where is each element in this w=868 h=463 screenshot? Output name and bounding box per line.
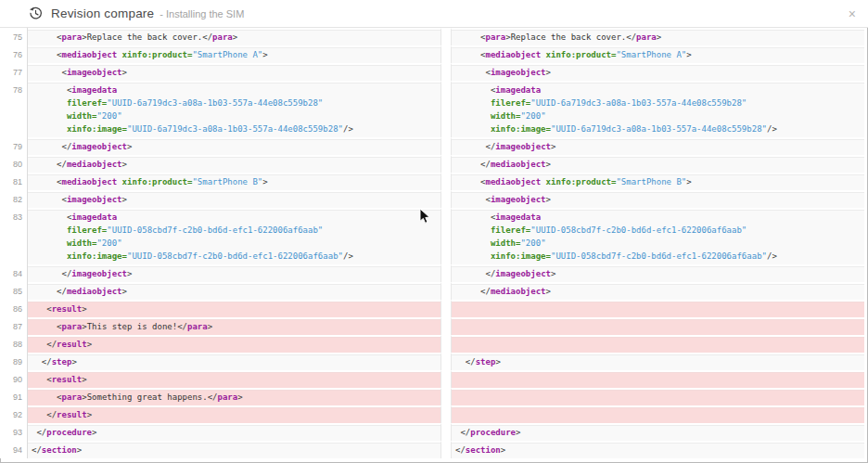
xml-attr-name: fileref= [67, 225, 107, 235]
xml-attr-value: "UUID-6a719dc3-a08a-1b03-557a-44e08c559b… [551, 124, 767, 134]
diff-right-line: </step> [451, 353, 864, 370]
xml-tag-name: result [52, 375, 83, 384]
xml-tag-name: para [187, 322, 208, 331]
xml-attr-value: "SmartPhone A" [192, 50, 262, 59]
diff-right-removed-placeholder [451, 405, 864, 423]
xml-tag-name: para [486, 32, 506, 42]
diff-left-deleted-line: <para>This step is done!</para> [28, 317, 441, 335]
dialog-subtitle: - Installing the SIM [160, 7, 244, 19]
xml-bracket: > [122, 160, 127, 169]
xml-attr-value: "UUID-058cbd7f-c2b0-bd6d-efc1-622006af6a… [551, 251, 767, 261]
column-divider [441, 353, 451, 370]
line-number: 80 [0, 155, 28, 173]
line-number: 82 [0, 190, 28, 208]
diff-right-line: </imageobject> [451, 264, 864, 282]
xml-bracket: </ [486, 142, 496, 151]
xml-bracket: </ [32, 445, 42, 455]
column-divider [441, 405, 451, 423]
xml-bracket: > [546, 195, 551, 204]
xml-attr-name: width= [491, 238, 521, 248]
diff-row: 88 </result> [0, 335, 868, 353]
xml-tag-name: mediaobject [62, 177, 118, 186]
column-divider [441, 155, 451, 173]
xml-tag-name: para [218, 392, 238, 402]
line-number: 92 [0, 405, 28, 423]
line-number: 76 [0, 45, 28, 63]
dialog-header: Revision compare - Installing the SIM × [0, 0, 868, 28]
column-divider [441, 300, 451, 317]
column-divider [441, 28, 451, 45]
diff-left-deleted-line: </result> [28, 405, 441, 423]
xml-bracket: </ [57, 287, 67, 296]
xml-text: Replace the back cover. [87, 32, 203, 42]
diff-left-line: <imagedata fileref="UUID-058cbd7f-c2b0-b… [28, 208, 441, 264]
xml-attr-name: xinfo:image= [491, 124, 551, 134]
xml-bracket: > [127, 269, 132, 278]
xml-tag-name: mediaobject [491, 287, 546, 296]
xml-tag-name: imagedata [495, 212, 541, 222]
xml-tag-name: section [466, 445, 501, 455]
xml-attr-value: "UUID-6a719dc3-a08a-1b03-557a-44e08c559b… [107, 98, 323, 108]
diff-row: 75 <para>Replace the back cover.</para> … [0, 28, 868, 45]
column-divider [441, 63, 451, 81]
xml-tag-name: imageobject [67, 195, 122, 204]
xml-bracket: > [237, 392, 242, 402]
diff-left-deleted-line: <result> [28, 300, 441, 317]
diff-left-line: <imagedata fileref="UUID-6a719dc3-a08a-1… [28, 81, 441, 137]
line-number: 85 [0, 282, 28, 300]
diff-right-line: </mediaobject> [451, 155, 864, 173]
xml-bracket: > [122, 195, 127, 204]
xml-tag-name: mediaobject [491, 160, 546, 169]
xml-text: Replace the back cover. [511, 32, 627, 42]
xml-tag-name: mediaobject [486, 177, 542, 186]
xml-attr-name: xinfo:image= [67, 251, 127, 261]
column-divider [441, 137, 451, 155]
diff-row: 78 <imagedata fileref="UUID-6a719dc3-a08… [0, 81, 868, 137]
close-icon[interactable]: × [844, 6, 861, 22]
xml-tag-name: imagedata [71, 85, 117, 95]
diff-row: 86 <result> [0, 300, 868, 317]
history-icon [29, 6, 43, 20]
xml-bracket: > [77, 445, 82, 455]
xml-tag-name: result [57, 340, 87, 349]
xml-attr-name: fileref= [491, 225, 530, 235]
xml-attr-name: fileref= [67, 98, 107, 108]
xml-tag-name: imageobject [67, 68, 122, 77]
diff-left-deleted-line: <para>Something great happens.</para> [28, 388, 441, 405]
column-divider [441, 208, 451, 264]
xml-bracket: </ [62, 269, 72, 278]
column-divider [441, 441, 451, 458]
diff-right-removed-placeholder [451, 370, 864, 388]
diff-left-line: </imageobject> [28, 264, 441, 282]
xml-bracket: > [546, 68, 551, 77]
xml-bracket: > [92, 428, 96, 437]
xml-bracket: </ [177, 322, 187, 331]
diff-right-line: <para>Replace the back cover.</para> [451, 28, 864, 45]
column-divider [441, 317, 451, 335]
diff-left-line: </imageobject> [28, 137, 441, 155]
line-number: 88 [0, 335, 28, 353]
xml-tag-name: imageobject [495, 269, 551, 278]
xml-attr-name: width= [491, 111, 521, 121]
diff-right-line: <imagedata fileref="UUID-6a719dc3-a08a-1… [451, 81, 864, 137]
xml-tag-name: imagedata [71, 212, 117, 222]
diff-row: 90 <result> [0, 370, 868, 388]
line-number: 91 [0, 388, 28, 405]
diff-right-removed-placeholder [451, 300, 864, 317]
xml-attr-name: xinfo:product= [546, 50, 617, 59]
xml-attr-name: width= [67, 111, 97, 121]
line-number: 79 [0, 137, 28, 155]
diff-right-line: <imageobject> [451, 63, 864, 81]
diff-row: 85 </mediaobject> </mediaobject> [0, 282, 868, 300]
xml-bracket: /> [343, 251, 353, 261]
diff-left-line: </procedure> [28, 423, 441, 441]
xml-bracket: /> [343, 124, 353, 134]
line-number: 93 [0, 423, 28, 441]
line-number: 75 [0, 28, 28, 45]
diff-row: 89 </step> </step> [0, 353, 868, 370]
diff-left-line: <mediaobject xinfo:product="SmartPhone A… [28, 45, 441, 63]
diff-left-line: <imageobject> [28, 190, 441, 208]
xml-bracket: > [546, 287, 551, 296]
column-divider [441, 45, 451, 63]
xml-bracket: > [127, 142, 132, 151]
